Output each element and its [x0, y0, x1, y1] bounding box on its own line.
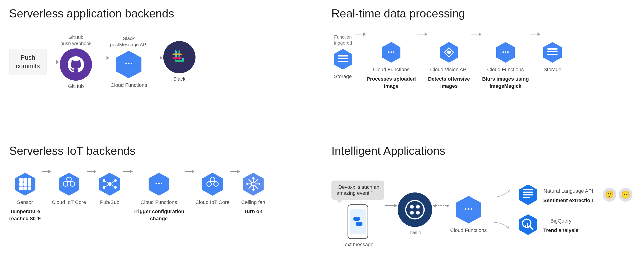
arrow-nlp [494, 188, 512, 199]
sensor-label: Sensor [17, 199, 33, 206]
arrow-bq [494, 220, 512, 232]
q4-arrow-2 [432, 205, 450, 214]
cf4-icon: ··· [146, 171, 172, 197]
svg-rect-74 [356, 222, 362, 226]
q2-arrow-1 [354, 34, 366, 45]
smile-icon: 🙂 [602, 188, 616, 202]
svg-point-79 [416, 211, 420, 215]
fan-icon [240, 171, 266, 197]
svg-line-38 [70, 181, 72, 182]
svg-marker-88 [508, 226, 510, 229]
svg-rect-92 [525, 225, 526, 227]
iot2-label: Cloud IoT Core [195, 199, 230, 206]
q3-arrow-3 [122, 171, 134, 181]
svg-point-42 [102, 179, 105, 182]
twilio-icon [398, 192, 432, 227]
cf5-label: Cloud Functions [450, 227, 487, 234]
push-commits-box: Pushcommits [9, 49, 46, 75]
q2-flow: Functiontriggered Storage ··· [332, 34, 635, 90]
svg-rect-28 [24, 182, 27, 186]
svg-rect-9 [338, 55, 348, 56]
cf4-sublabel: Trigger configurationchange [134, 208, 184, 222]
cf3-node: ··· Cloud Functions Blurs images usingIm… [482, 34, 529, 90]
q2-arrow-4 [529, 34, 541, 50]
storage1-label: Storage [334, 73, 352, 80]
quadrant-iot: Serverless IoT backends Sens [0, 137, 322, 274]
svg-text:···: ··· [125, 58, 133, 69]
github-label-above: GitHubpush webhook [60, 34, 92, 47]
storage1-node: Functiontriggered Storage [332, 34, 354, 80]
iot1-node: Cloud IoT Core [52, 171, 86, 206]
svg-rect-20 [548, 48, 558, 50]
vision-sublabel: Detects offensiveimages [428, 76, 470, 90]
q2-title: Real-time data processing [332, 7, 635, 20]
nlp-icon [516, 183, 540, 206]
svg-text:···: ··· [502, 47, 509, 57]
cf3-sublabel: Blurs images usingImageMagick [482, 76, 529, 90]
svg-rect-30 [19, 186, 23, 190]
svg-rect-29 [28, 182, 31, 186]
q3-flow: Sensor Temperaturereached 80°F C [9, 171, 313, 222]
push-commits-node: Pushcommits [9, 49, 46, 75]
arrow-1 [46, 62, 60, 62]
textmsg-node: "Devoxx is such anamazing event!" Text m… [332, 180, 384, 248]
slack-label: Slack [173, 76, 186, 83]
bq-group: BigQuery Trend analysis [516, 213, 578, 236]
storage2-node: Storage [541, 34, 564, 73]
q3-arrow-4 [184, 171, 195, 189]
fan-node: Ceiling fan Turn on [240, 171, 266, 215]
pubsub-icon [97, 171, 122, 197]
slack-icon [163, 41, 196, 73]
bq-row: BigQuery Trend analysis [494, 213, 632, 236]
svg-point-43 [114, 179, 117, 182]
textmsg-label: Text message [342, 241, 374, 248]
main-grid: Serverless application backends Pushcomm… [0, 0, 644, 274]
svg-line-37 [66, 181, 68, 182]
cf3-icon: ··· [494, 41, 517, 64]
cf1-node: SlackpostMessage API ··· Cloud Functions [110, 35, 148, 89]
svg-point-16 [447, 50, 451, 54]
arrow-3 [148, 58, 163, 66]
speech-bubble: "Devoxx is such anamazing event!" [332, 180, 384, 200]
q2-arrow-2 [416, 34, 428, 50]
svg-point-41 [108, 182, 112, 186]
storage2-label: Storage [544, 66, 562, 73]
q1-title: Serverless application backends [9, 7, 313, 20]
svg-marker-82 [508, 190, 510, 193]
cf2-icon: ··· [380, 41, 403, 64]
q3-arrow-1 [41, 171, 52, 189]
q3-arrow-2 [86, 171, 97, 181]
quadrant-intelligent: Intelligent Applications "Devoxx is such… [322, 137, 644, 274]
cf1-label-above: SlackpostMessage API [110, 35, 148, 48]
svg-rect-32 [28, 186, 31, 190]
storage1-label-above: Functiontriggered [334, 34, 352, 46]
fan-label: Ceiling fan [241, 199, 265, 206]
q3-title: Serverless IoT backends [9, 144, 313, 157]
q4-arrow-1 [384, 205, 398, 214]
iot2-node: Cloud IoT Core [195, 171, 230, 206]
svg-rect-84 [523, 189, 533, 190]
cf5-icon: ··· [454, 195, 484, 225]
q1-flow: Pushcommits GitHubpush webhook GitHub [9, 34, 313, 90]
svg-point-64 [252, 182, 255, 186]
github-label: GitHub [68, 83, 84, 90]
svg-rect-21 [548, 51, 558, 52]
sensor-sublabel: Temperaturereached 80°F [9, 208, 41, 222]
phone-screen [350, 209, 366, 234]
svg-line-57 [214, 181, 216, 182]
q4-title: Intelligent Applications [332, 144, 635, 157]
cf3-label: Cloud Functions [487, 66, 524, 73]
bubble-tail [336, 200, 342, 203]
vision-icon [438, 41, 460, 64]
svg-rect-31 [24, 186, 27, 190]
iot1-icon [56, 171, 82, 197]
svg-rect-5 [172, 57, 182, 59]
bq-sublabel: Trend analysis [543, 227, 578, 234]
svg-rect-85 [523, 192, 533, 193]
pubsub-label: Pub/Sub [100, 199, 119, 206]
svg-rect-22 [548, 54, 558, 55]
svg-rect-86 [523, 194, 533, 195]
quadrant-serverless-backends: Serverless application backends Pushcomm… [0, 0, 322, 137]
cf5-node: ··· Cloud Functions [450, 195, 487, 234]
nlp-label: Natural Language API [543, 188, 594, 195]
